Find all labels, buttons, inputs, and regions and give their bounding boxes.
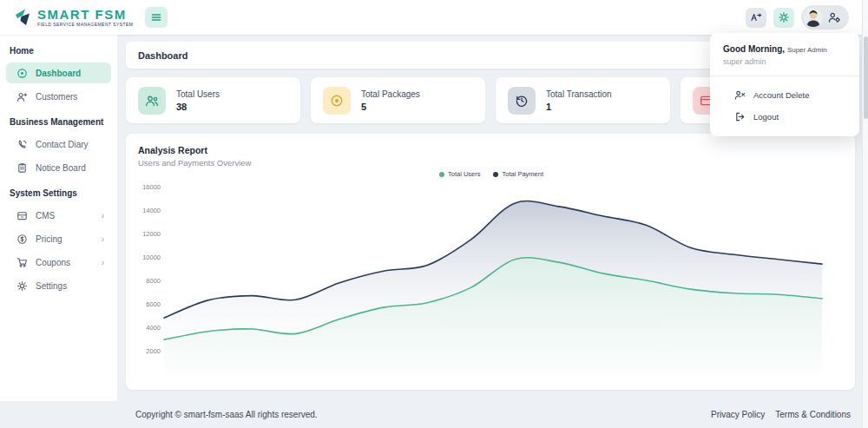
logout-icon [734,111,746,122]
user-dropdown: Good Morning, Super Admin super admin Ac… [710,33,859,136]
sidebar-item-contact-diary[interactable]: Contact Diary [6,134,111,155]
hamburger-icon [151,12,161,23]
user-role: Super Admin [787,46,827,54]
svg-text:2000: 2000 [146,347,161,355]
brand-logo[interactable]: SMART FSM FIELD SERVICE MANAGEMENT SYSTE… [0,7,133,28]
greeting-text: Good Morning, [723,44,785,54]
chevron-right-icon: › [102,258,104,267]
scrollbar-thumb[interactable] [864,36,868,119]
chart-subtitle: Users and Payments Overview [138,158,845,168]
stat-card-total-users: Total Users 38 [126,77,300,123]
chart-title: Analysis Report [138,145,845,155]
svg-text:10000: 10000 [142,254,161,261]
clipboard-icon [16,162,28,174]
coin-icon [323,87,351,115]
sidebar-item-pricing[interactable]: Pricing › [6,228,111,249]
brand-logo-icon [12,7,33,28]
settings-button[interactable] [773,8,794,28]
analysis-report-card: Analysis Report Users and Payments Overv… [126,134,855,390]
language-button[interactable] [746,8,766,28]
svg-text:16000: 16000 [142,183,161,191]
sidebar-section-business: Business Management [0,109,117,131]
svg-text:12000: 12000 [142,230,161,238]
svg-text:14000: 14000 [142,207,161,214]
svg-text:6000: 6000 [146,300,161,308]
sidebar-item-cms[interactable]: CMS › [6,205,111,226]
terms-link[interactable]: Terms & Conditions [775,410,851,419]
y-axis-labels: 160001400012000100008000600040002000 [142,183,161,355]
chart-legend: Total Users Total Payment [138,170,845,178]
sidebar-item-dashboard[interactable]: Dashboard [6,63,111,83]
history-icon [508,87,536,115]
user-plus-icon [16,91,28,102]
svg-text:4000: 4000 [146,324,161,332]
dashboard-icon [16,68,28,79]
logout-item[interactable]: Logout [710,106,859,128]
sidebar-section-home: Home [0,38,117,60]
brand-tagline: FIELD SERVICE MANAGEMENT SYSTEM [37,22,133,27]
stat-card-total-transaction: Total Transaction 1 [496,77,670,123]
account-delete-item[interactable]: Account Delete [710,84,859,106]
stat-card-total-packages: Total Packages 5 [311,77,485,123]
dollar-circle-icon [16,234,28,245]
copyright-text: Copyright © smart-fsm-saas All rights re… [135,410,318,419]
legend-dot [493,172,498,177]
dropdown-divider [710,76,859,76]
gear-icon [778,11,790,23]
cart-icon [16,257,28,268]
phone-contact-icon [16,139,28,150]
legend-item-total-users[interactable]: Total Users [439,170,481,178]
topbar: SMART FSM FIELD SERVICE MANAGEMENT SYSTE… [0,0,868,35]
sidebar-item-settings[interactable]: Settings [6,275,111,296]
sidebar-item-coupons[interactable]: Coupons › [6,252,111,273]
sidebar-item-notice-board[interactable]: Notice Board [6,157,111,178]
svg-text:8000: 8000 [146,277,161,285]
sidebar-toggle-button[interactable] [145,7,168,28]
scrollbar[interactable] [862,0,868,428]
footer: Copyright © smart-fsm-saas All rights re… [0,401,868,428]
legend-dot [439,172,444,177]
chevron-right-icon: › [102,211,104,221]
user-menu-button[interactable] [801,5,849,30]
chevron-right-icon: › [102,234,104,244]
sidebar-section-system: System Settings [0,181,117,202]
avatar [804,8,823,27]
user-cog-icon [828,11,841,23]
archive-box-icon [16,210,28,221]
gear-icon [16,280,28,292]
translate-icon [750,11,762,23]
sidebar-item-customers[interactable]: Customers [6,86,111,107]
username: super admin [710,54,859,66]
legend-item-total-payment[interactable]: Total Payment [493,170,543,178]
privacy-policy-link[interactable]: Privacy Policy [711,410,765,419]
users-icon [138,87,166,115]
analysis-chart-svg: 160001400012000100008000600040002000 [138,180,843,386]
brand-title: SMART FSM [37,8,133,21]
user-x-icon [734,89,746,101]
sidebar: Home Dashboard Customers Business Manage… [0,35,117,401]
